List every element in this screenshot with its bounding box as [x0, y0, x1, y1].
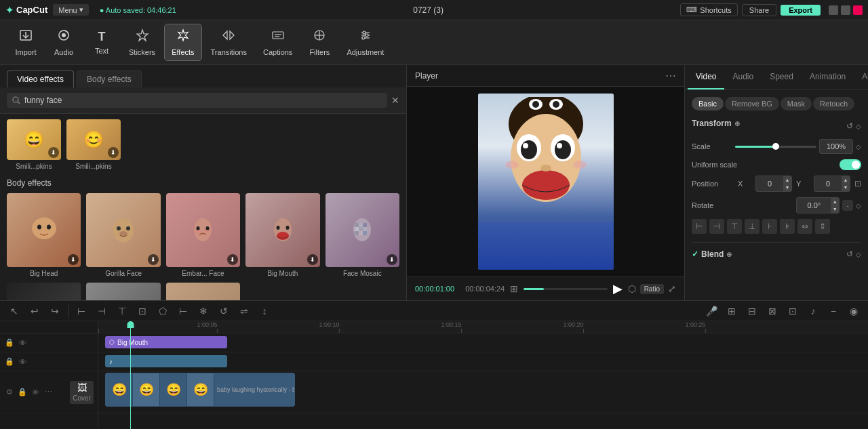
playhead[interactable] [130, 321, 131, 429]
position-y-input[interactable] [814, 176, 842, 191]
download-icon-face-mosaic[interactable]: ⬇ [387, 254, 397, 265]
export-button[interactable]: Export [781, 5, 821, 16]
video-track[interactable]: 😄 😄 😄 😄 baby laughing hysterically - [105, 373, 295, 407]
microphone-button[interactable]: 🎤 [703, 302, 720, 320]
sub-tab-mask[interactable]: Mask [781, 97, 812, 110]
rotate-dash-button[interactable]: - [842, 200, 853, 211]
effect-item-big-head[interactable]: ⬇ Big Head [7, 193, 81, 277]
position-y-down[interactable]: ▼ [842, 184, 850, 191]
toolbar-item-audio[interactable]: Audio [46, 24, 81, 60]
tab-video[interactable]: Video [688, 65, 724, 89]
align-flip-h-button[interactable]: ⇔ [797, 219, 812, 234]
fullscreen-button[interactable]: ⤢ [668, 283, 676, 294]
cursor-tool-button[interactable]: ↖ [5, 302, 23, 320]
toolbar-item-captions[interactable]: Captions [256, 24, 299, 60]
share-button[interactable]: Share [742, 4, 776, 16]
mask-button[interactable]: ⬠ [154, 302, 172, 320]
tab-audio[interactable]: Audio [724, 65, 762, 89]
track-effect-eye-button[interactable]: 👁 [17, 338, 28, 348]
effect-item-big-mouth[interactable]: ⬇ Big Mouth [245, 193, 319, 277]
tab-speed[interactable]: Speed [762, 65, 802, 89]
ratio-button[interactable]: Ratio [640, 284, 664, 294]
screenshot-button[interactable]: ⬡ [628, 283, 636, 294]
split2-button[interactable]: ⊢ [174, 302, 192, 320]
crop-button[interactable]: ⊡ [134, 302, 151, 320]
toolbar-item-adjustment[interactable]: Adjustment [340, 24, 391, 60]
effect-item-face-mosaic[interactable]: ⬇ Face Mosaic [326, 193, 399, 277]
link-button[interactable]: ⊟ [743, 302, 761, 320]
toolbar-item-filters[interactable]: Filters [302, 24, 337, 60]
track-effect-lock-button[interactable]: 🔒 [4, 338, 15, 348]
uniform-scale-toggle[interactable] [840, 159, 861, 170]
detach-button[interactable]: ⊡ [784, 302, 802, 320]
grid-lines-button[interactable]: ⊞ [510, 283, 518, 294]
rotate-input[interactable] [797, 198, 831, 213]
transform-reset-button[interactable]: ↺ [846, 121, 853, 131]
sub-tab-remove-bg[interactable]: Remove BG [725, 97, 779, 110]
redo-button[interactable]: ↪ [46, 302, 64, 320]
scale-input[interactable] [819, 139, 853, 154]
trim-left-button[interactable]: ⊣ [93, 302, 111, 320]
effect-track-big-mouth[interactable]: ⬡ Big Mouth [105, 336, 227, 348]
zoom-out-button[interactable]: − [825, 302, 842, 320]
search-input[interactable] [24, 96, 382, 105]
position-x-up[interactable]: ▲ [783, 176, 791, 184]
sub-tab-retouch[interactable]: Retouch [813, 97, 854, 110]
maximize-button[interactable] [841, 5, 850, 15]
track-video-more-button[interactable]: ⋯ [43, 387, 54, 398]
minimize-button[interactable] [829, 5, 838, 15]
tab-animation[interactable]: Animation [802, 65, 854, 89]
tab-adj[interactable]: Adj... [854, 65, 868, 89]
rotate-up[interactable]: ▲ [831, 198, 839, 205]
progress-bar[interactable] [524, 288, 607, 290]
shortcuts-button[interactable]: ⌨ Shortcuts [680, 3, 737, 16]
effect-item-phantom-face[interactable]: ⬇ Phantom Face [7, 283, 81, 300]
toolbar-item-effects[interactable]: Effects [165, 24, 201, 60]
smili-item-1[interactable]: 😄 ⬇ Smili...pkins [7, 119, 61, 170]
split-button[interactable]: ⊢ [73, 302, 90, 320]
mirror-button[interactable]: ⇌ [235, 302, 253, 320]
freeze-button[interactable]: ❄ [195, 302, 212, 320]
trim-right-button[interactable]: ⊤ [113, 302, 131, 320]
position-3d-button[interactable]: ⊡ [854, 179, 861, 188]
position-x-down[interactable]: ▼ [783, 184, 791, 191]
audio-effect-track[interactable]: ♪ [105, 355, 227, 367]
volume-button[interactable]: ♪ [804, 302, 822, 320]
position-y-up[interactable]: ▲ [842, 176, 850, 184]
rotate-down[interactable]: ▼ [831, 205, 839, 213]
video-effects-tab[interactable]: Video effects [7, 70, 74, 87]
track-audio-effect-lock-button[interactable]: 🔒 [4, 356, 15, 367]
snap-button[interactable]: ⊞ [723, 302, 741, 320]
align-center-v-button[interactable]: ⊦ [762, 219, 777, 234]
track-video-lock-button[interactable]: 🔒 [17, 387, 28, 398]
blend-reset-button[interactable]: ↺ [846, 249, 853, 259]
player-menu-button[interactable]: ⋯ [665, 69, 676, 82]
align-left-button[interactable]: ⊢ [692, 219, 707, 234]
sub-tab-basic[interactable]: Basic [692, 97, 724, 110]
toolbar-item-text[interactable]: T Text [84, 26, 119, 59]
track-video-settings-button[interactable]: ⚙ [4, 387, 15, 398]
align-center-h-button[interactable]: ⊣ [709, 219, 724, 234]
effect-item-green-face[interactable]: ⬇ Green Face [86, 283, 160, 300]
toolbar-item-transitions[interactable]: Transitions [204, 24, 254, 60]
blend-diamond-button[interactable]: ◇ [856, 249, 861, 259]
align-flip-v-button[interactable]: ⇕ [815, 219, 830, 234]
search-clear-button[interactable]: ✕ [391, 95, 399, 106]
track-video-eye-button[interactable]: 👁 [30, 387, 41, 398]
toolbar-item-import[interactable]: Import [8, 24, 43, 60]
close-button[interactable] [853, 5, 863, 15]
align-bottom-button[interactable]: ⊧ [780, 219, 795, 234]
body-effects-tab[interactable]: Body effects [77, 70, 142, 87]
effect-item-gorilla-face[interactable]: ⬇ Gorilla Face [86, 193, 160, 277]
position-x-input[interactable] [756, 176, 783, 191]
play-button[interactable]: ▶ [613, 281, 623, 296]
track-audio-effect-eye-button[interactable]: 👁 [17, 356, 28, 367]
scale-diamond-button[interactable]: ◇ [856, 143, 861, 150]
transform-diamond-button[interactable]: ◇ [856, 121, 861, 131]
undo-button[interactable]: ↩ [26, 302, 43, 320]
rotate-diamond-button[interactable]: ◇ [856, 202, 861, 209]
loop-button[interactable]: ↺ [215, 302, 233, 320]
align-right-button[interactable]: ⊤ [727, 219, 742, 234]
effect-item-embarrassed-face[interactable]: ⬇ Embar... Face [166, 193, 240, 277]
unlink-button[interactable]: ⊠ [764, 302, 781, 320]
